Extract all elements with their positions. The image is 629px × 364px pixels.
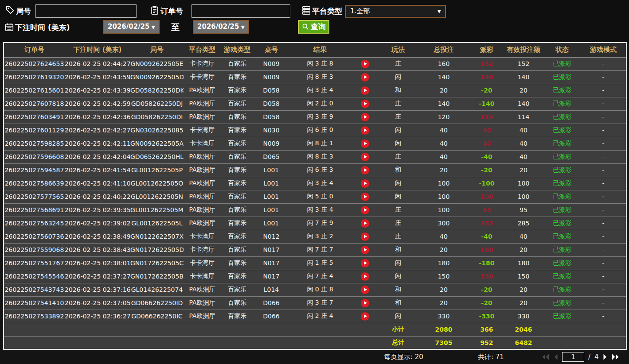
cell-status: 已派彩 [543, 217, 581, 230]
first-page-icon[interactable] [542, 353, 549, 360]
next-page-icon[interactable] [603, 353, 608, 360]
col-header-game-mode: 游戏模式 [581, 43, 626, 57]
cell-payout: -20 [470, 84, 504, 97]
cell-platform-type: PA欧洲厅 [184, 283, 221, 296]
total-row-payout: 952 [470, 336, 504, 349]
query-button[interactable]: 查询 [298, 20, 329, 34]
cell-payout: 114 [470, 110, 504, 124]
cell-result: 闲 3 庄 4 [289, 203, 351, 217]
order-no-input[interactable] [191, 4, 290, 18]
platform-type-select[interactable]: 1.全部 ▼ [345, 5, 446, 18]
replay-play-icon[interactable] [361, 113, 369, 121]
cell-game-mode: - [581, 256, 626, 270]
replay-play-icon[interactable] [361, 232, 369, 241]
cell-game-type: 百家乐 [221, 57, 254, 70]
date-from-picker[interactable]: 2026/02/25▼ [103, 20, 160, 34]
cell-game-mode: - [581, 217, 626, 230]
subtotal-row-total-bet: 2080 [418, 323, 470, 336]
cell-table-no: N012 [254, 230, 289, 243]
cell-game-mode: - [581, 230, 626, 243]
replay-play-icon[interactable] [361, 179, 369, 188]
replay-play-icon[interactable] [361, 60, 369, 68]
cell-platform-type: PA欧洲厅 [184, 163, 221, 177]
replay-play-icon[interactable] [361, 286, 369, 294]
cell-game-type: 百家乐 [221, 70, 254, 84]
table-row: 2602250275775652026-02-25 02:40:22GL0012… [4, 190, 626, 203]
replay-play-icon[interactable] [361, 299, 369, 307]
cell-bet-time: 2026-02-25 02:38:43 [65, 243, 130, 256]
cell-round-no: GD066262250IC [130, 310, 184, 323]
replay-play-icon[interactable] [361, 73, 369, 81]
cell-empty [351, 323, 379, 336]
date-to-picker[interactable]: 2026/02/25▼ [193, 20, 249, 34]
cell-empty [130, 336, 184, 349]
cell-status: 已派彩 [543, 310, 581, 323]
search-icon [302, 23, 309, 31]
cell-game-mode: - [581, 84, 626, 97]
bet-records-table-container: 订单号下注时间 (美东)局号平台类型游戏类型桌号结果玩法总投注派彩有效投注额状态… [3, 42, 626, 350]
cell-round-no: GN0122622507X [130, 230, 184, 243]
cell-status: 已派彩 [543, 283, 581, 296]
cell-game-type: 百家乐 [221, 270, 254, 283]
prev-page-icon[interactable] [553, 353, 558, 360]
cell-status: 已派彩 [543, 57, 581, 70]
order-no-label: 订单号 [160, 4, 183, 18]
cell-game-type: 百家乐 [221, 256, 254, 270]
cell-replay [351, 124, 379, 137]
cell-round-no: GN0092622505D [130, 70, 184, 84]
cell-game-type: 百家乐 [221, 110, 254, 124]
cell-table-no: D066 [254, 310, 289, 323]
cell-platform-type: 卡卡湾厅 [184, 124, 221, 137]
replay-play-icon[interactable] [361, 272, 369, 281]
chevron-down-icon: ▼ [151, 24, 155, 30]
cell-valid-bet: 152 [504, 57, 543, 70]
subtotal-row-payout: 366 [470, 323, 504, 336]
cell-game-mode: - [581, 190, 626, 203]
round-no-input[interactable] [35, 4, 137, 18]
replay-play-icon[interactable] [361, 193, 369, 201]
replay-play-icon[interactable] [361, 100, 369, 108]
replay-play-icon[interactable] [361, 153, 369, 161]
cell-table-no: N009 [254, 137, 289, 150]
cell-play-method: 闲 [379, 270, 418, 283]
cell-status: 已派彩 [543, 256, 581, 270]
replay-play-icon[interactable] [361, 139, 369, 148]
last-page-icon[interactable] [612, 353, 619, 360]
cell-play-method: 闲 [379, 310, 418, 323]
cell-play-method: 闲 [379, 177, 418, 190]
cell-bet-time: 2026-02-25 02:37:27 [65, 270, 130, 283]
replay-play-icon[interactable] [361, 166, 369, 174]
replay-play-icon[interactable] [361, 219, 369, 228]
col-header-total-bet: 总投注 [418, 43, 470, 57]
cell-platform-type: 卡卡湾厅 [184, 70, 221, 84]
cell-empty [4, 336, 65, 349]
cell-total-bet: 150 [418, 270, 470, 283]
cell-platform-type: PA欧洲厅 [184, 296, 221, 310]
cell-round-no: GL0012622505M [130, 203, 184, 217]
cell-game-mode: - [581, 70, 626, 84]
cell-game-mode: - [581, 177, 626, 190]
replay-play-icon[interactable] [361, 246, 369, 254]
cell-table-no: D058 [254, 110, 289, 124]
replay-play-icon[interactable] [361, 259, 369, 267]
replay-play-icon[interactable] [361, 86, 369, 95]
cell-game-mode: - [581, 270, 626, 283]
cell-game-type: 百家乐 [221, 163, 254, 177]
replay-play-icon[interactable] [361, 126, 369, 135]
cell-replay [351, 190, 379, 203]
replay-play-icon[interactable] [361, 312, 369, 321]
cell-game-mode: - [581, 296, 626, 310]
cell-payout: -140 [470, 97, 504, 110]
cell-total-bet: 140 [418, 70, 470, 84]
cell-empty [184, 336, 221, 349]
cell-round-no: GD058262250DJ [130, 97, 184, 110]
page-number-input[interactable]: 1 [562, 352, 584, 362]
cell-total-bet: 20 [418, 163, 470, 177]
bet-time-label: 下注时间 (美东) [15, 21, 70, 34]
subtotal-row-valid-bet: 2046 [504, 323, 543, 336]
cell-play-method: 和 [379, 283, 418, 296]
cell-bet-time: 2026-02-25 02:43:39 [65, 84, 130, 97]
replay-play-icon[interactable] [361, 206, 369, 214]
cell-game-mode: - [581, 57, 626, 70]
cell-table-no: N009 [254, 57, 289, 70]
